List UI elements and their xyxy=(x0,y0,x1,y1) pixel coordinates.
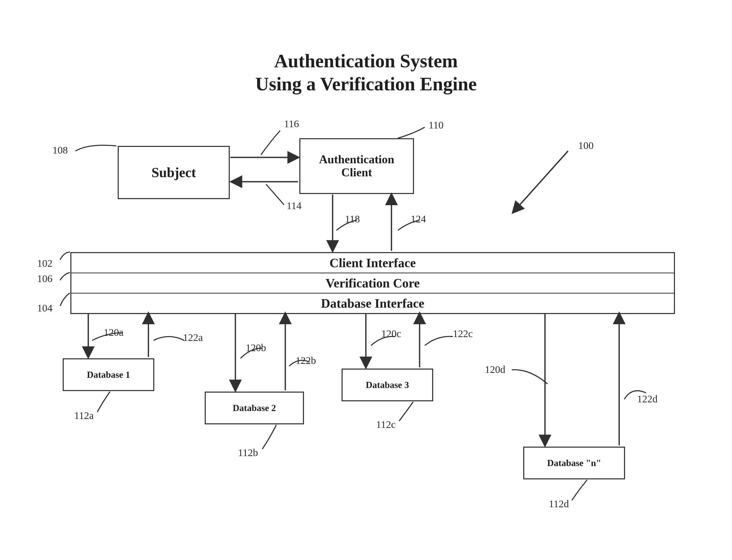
ref-120a: 120a xyxy=(104,326,124,338)
ref-120b: 120b xyxy=(246,342,266,354)
diagram-page: Authentication System Using a Verificati… xyxy=(0,0,732,560)
ref-112c: 112c xyxy=(376,418,395,430)
ref-122c: 122c xyxy=(453,328,473,340)
subject-block: Subject xyxy=(118,146,230,199)
ref-112b: 112b xyxy=(238,447,258,459)
auth-client-line1: Authentication xyxy=(319,153,394,166)
title-line-2: Using a Verification Engine xyxy=(0,74,732,94)
auth-client-line2: Client xyxy=(319,166,394,179)
title-line-1: Authentication System xyxy=(0,51,732,71)
ref-102: 102 xyxy=(37,257,52,269)
svg-line-4 xyxy=(513,151,568,212)
ref-104: 104 xyxy=(37,302,52,314)
ref-112a: 112a xyxy=(74,410,94,422)
auth-client-block: Authentication Client xyxy=(299,138,414,194)
database-2-label: Database 2 xyxy=(233,403,276,413)
ref-122d: 122d xyxy=(637,393,658,405)
ref-112d: 112d xyxy=(549,498,569,510)
ref-122b: 122b xyxy=(296,354,316,367)
database-2: Database 2 xyxy=(205,392,304,424)
ref-120c: 120c xyxy=(381,328,401,340)
ref-118: 118 xyxy=(345,213,360,225)
ref-110: 110 xyxy=(428,119,444,131)
ref-122a: 122a xyxy=(183,331,203,343)
layer-database-interface: Database Interface xyxy=(71,294,674,313)
auth-client-text: Authentication Client xyxy=(319,153,394,179)
database-1-label: Database 1 xyxy=(87,369,130,380)
ref-116: 116 xyxy=(284,118,299,130)
verification-engine-layers: Client Interface Verification Core Datab… xyxy=(70,252,675,314)
database-1: Database 1 xyxy=(63,358,154,391)
database-n-label: Database "n" xyxy=(547,458,601,468)
subject-label: Subject xyxy=(152,165,196,180)
layer-client-interface: Client Interface xyxy=(71,253,674,273)
database-n: Database "n" xyxy=(523,447,625,479)
ref-100: 100 xyxy=(578,139,594,152)
ref-106: 106 xyxy=(37,273,52,285)
ref-114: 114 xyxy=(287,200,302,212)
ref-124: 124 xyxy=(411,213,426,225)
database-3-label: Database 3 xyxy=(366,380,409,390)
ref-108: 108 xyxy=(52,144,68,156)
ref-120d: 120d xyxy=(485,363,505,375)
database-3: Database 3 xyxy=(342,369,433,401)
layer-verification-core: Verification Core xyxy=(71,273,674,294)
